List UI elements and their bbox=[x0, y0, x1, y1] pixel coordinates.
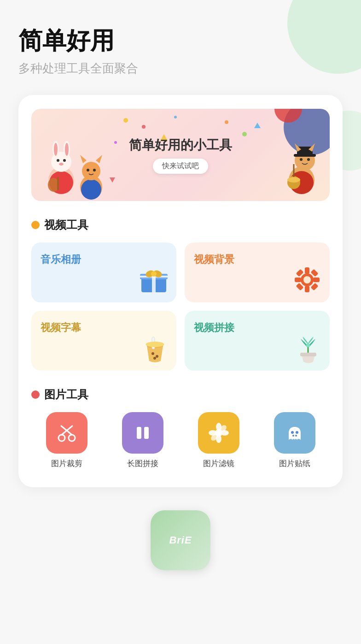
svg-point-39 bbox=[303, 276, 311, 284]
tool-video-bg[interactable]: 视频背景 bbox=[185, 242, 330, 302]
tool-img-sticker-label: 图片贴纸 bbox=[279, 458, 310, 469]
svg-marker-15 bbox=[80, 155, 87, 163]
tool-long-splice-label: 长图拼接 bbox=[127, 458, 158, 469]
svg-point-54 bbox=[153, 357, 156, 360]
svg-point-6 bbox=[54, 143, 58, 156]
svg-marker-16 bbox=[96, 155, 102, 163]
svg-rect-42 bbox=[295, 278, 301, 282]
svg-rect-40 bbox=[305, 267, 309, 274]
tool-video-splice-label: 视频拼接 bbox=[194, 321, 320, 335]
svg-rect-62 bbox=[137, 427, 141, 439]
scissors-icon-bg bbox=[46, 412, 87, 454]
svg-point-18 bbox=[93, 169, 96, 171]
svg-point-53 bbox=[156, 355, 158, 358]
video-section-dot bbox=[31, 221, 40, 229]
banner-button[interactable]: 快来试试吧 bbox=[153, 159, 208, 174]
tool-music-album[interactable]: 音乐相册 bbox=[31, 242, 176, 302]
svg-point-14 bbox=[82, 162, 100, 180]
image-section-dot bbox=[31, 390, 40, 399]
ghost-icon-bg bbox=[274, 412, 315, 454]
svg-point-17 bbox=[87, 169, 89, 171]
svg-point-58 bbox=[58, 435, 65, 441]
svg-rect-41 bbox=[305, 286, 309, 292]
flower-icon-bg bbox=[198, 412, 239, 454]
app-logo: BriE bbox=[151, 510, 210, 570]
svg-point-8 bbox=[65, 143, 69, 156]
svg-point-30 bbox=[307, 158, 310, 161]
tool-img-crop[interactable]: 图片裁剪 bbox=[31, 412, 102, 469]
tool-video-subtitle-label: 视频字幕 bbox=[41, 321, 167, 335]
cup-icon bbox=[140, 334, 170, 366]
svg-rect-43 bbox=[313, 278, 320, 282]
svg-rect-3 bbox=[57, 177, 59, 190]
video-section-title: 视频工具 bbox=[44, 218, 88, 232]
svg-point-22 bbox=[287, 177, 300, 183]
svg-point-11 bbox=[59, 163, 64, 165]
mid-cat-figure bbox=[73, 150, 110, 201]
svg-point-70 bbox=[215, 429, 222, 437]
svg-rect-26 bbox=[294, 154, 316, 157]
svg-point-71 bbox=[291, 431, 294, 434]
tool-img-filter[interactable]: 图片滤镜 bbox=[183, 412, 254, 469]
tool-img-sticker[interactable]: 图片贴纸 bbox=[259, 412, 330, 469]
plant-icon bbox=[293, 334, 323, 366]
hero-subtitle: 多种处理工具全面聚合 bbox=[18, 60, 343, 77]
banner-title: 简单好用的小工具 bbox=[129, 136, 232, 154]
image-section-header: 图片工具 bbox=[31, 387, 330, 402]
svg-point-10 bbox=[63, 159, 66, 162]
gear-icon bbox=[291, 264, 323, 298]
svg-rect-55 bbox=[300, 353, 316, 356]
tool-long-splice[interactable]: 长图拼接 bbox=[107, 412, 178, 469]
svg-rect-63 bbox=[144, 427, 149, 439]
cat-figure bbox=[281, 136, 322, 196]
svg-point-73 bbox=[292, 435, 294, 437]
main-card: 简单好用的小工具 快来试试吧 视频工具 音乐相册 bbox=[18, 95, 343, 487]
banner-text-area: 简单好用的小工具 快来试试吧 bbox=[129, 136, 232, 174]
bottom-logo-area: BriE bbox=[18, 487, 343, 579]
hero-title: 简单好用 bbox=[18, 28, 343, 54]
svg-point-59 bbox=[69, 435, 75, 441]
tool-img-filter-label: 图片滤镜 bbox=[203, 458, 234, 469]
image-tools-grid: 图片裁剪 长图拼接 bbox=[31, 412, 330, 469]
banner[interactable]: 简单好用的小工具 快来试试吧 bbox=[31, 109, 330, 201]
pause-icon-bg bbox=[122, 412, 163, 454]
image-section-title: 图片工具 bbox=[44, 387, 88, 402]
tool-img-crop-label: 图片裁剪 bbox=[51, 458, 82, 469]
svg-point-29 bbox=[300, 158, 303, 161]
svg-point-72 bbox=[296, 431, 298, 434]
svg-point-13 bbox=[81, 179, 101, 200]
svg-point-51 bbox=[146, 342, 164, 347]
tool-video-subtitle[interactable]: 视频字幕 bbox=[31, 311, 176, 371]
video-section-header: 视频工具 bbox=[31, 218, 330, 232]
svg-point-52 bbox=[151, 352, 154, 355]
svg-point-57 bbox=[306, 343, 310, 347]
svg-point-74 bbox=[295, 435, 297, 437]
logo-text: BriE bbox=[169, 534, 192, 546]
gift-icon bbox=[138, 264, 170, 298]
svg-point-9 bbox=[57, 159, 59, 162]
svg-point-37 bbox=[151, 271, 157, 277]
tool-video-splice[interactable]: 视频拼接 bbox=[185, 311, 330, 371]
video-tools-grid: 音乐相册 bbox=[31, 242, 330, 371]
